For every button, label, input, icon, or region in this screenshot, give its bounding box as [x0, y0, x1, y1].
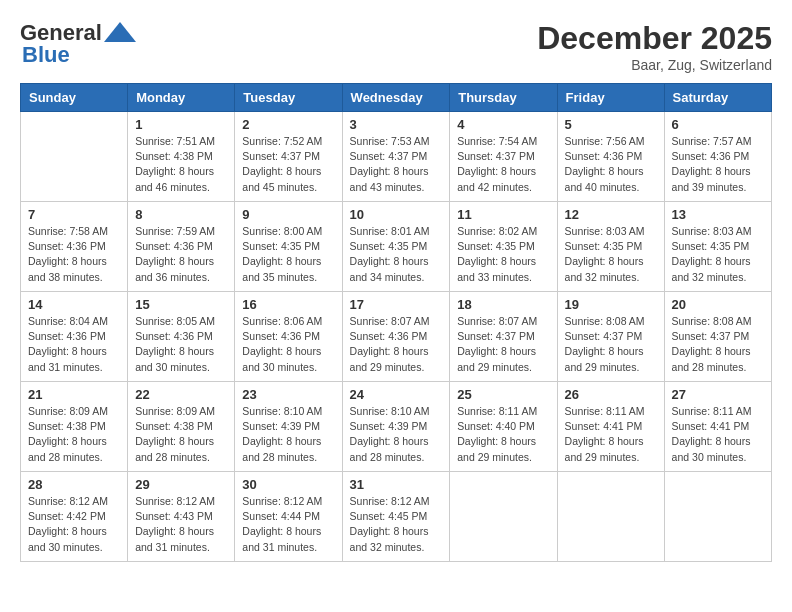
day-cell-1: 1Sunrise: 7:51 AM Sunset: 4:38 PM Daylig… — [128, 112, 235, 202]
day-cell-18: 18Sunrise: 8:07 AM Sunset: 4:37 PM Dayli… — [450, 292, 557, 382]
day-cell-28: 28Sunrise: 8:12 AM Sunset: 4:42 PM Dayli… — [21, 472, 128, 562]
day-info: Sunrise: 8:06 AM Sunset: 4:36 PM Dayligh… — [242, 314, 334, 375]
day-number: 28 — [28, 477, 120, 492]
day-cell-3: 3Sunrise: 7:53 AM Sunset: 4:37 PM Daylig… — [342, 112, 450, 202]
day-cell-23: 23Sunrise: 8:10 AM Sunset: 4:39 PM Dayli… — [235, 382, 342, 472]
day-cell-8: 8Sunrise: 7:59 AM Sunset: 4:36 PM Daylig… — [128, 202, 235, 292]
day-info: Sunrise: 7:54 AM Sunset: 4:37 PM Dayligh… — [457, 134, 549, 195]
day-info: Sunrise: 8:10 AM Sunset: 4:39 PM Dayligh… — [350, 404, 443, 465]
day-number: 3 — [350, 117, 443, 132]
day-number: 8 — [135, 207, 227, 222]
weekday-header-thursday: Thursday — [450, 84, 557, 112]
day-cell-7: 7Sunrise: 7:58 AM Sunset: 4:36 PM Daylig… — [21, 202, 128, 292]
day-info: Sunrise: 7:52 AM Sunset: 4:37 PM Dayligh… — [242, 134, 334, 195]
day-info: Sunrise: 8:09 AM Sunset: 4:38 PM Dayligh… — [28, 404, 120, 465]
day-cell-13: 13Sunrise: 8:03 AM Sunset: 4:35 PM Dayli… — [664, 202, 771, 292]
empty-cell — [21, 112, 128, 202]
day-info: Sunrise: 7:53 AM Sunset: 4:37 PM Dayligh… — [350, 134, 443, 195]
week-row-4: 21Sunrise: 8:09 AM Sunset: 4:38 PM Dayli… — [21, 382, 772, 472]
logo: General Blue — [20, 20, 136, 68]
day-info: Sunrise: 8:01 AM Sunset: 4:35 PM Dayligh… — [350, 224, 443, 285]
weekday-header-wednesday: Wednesday — [342, 84, 450, 112]
day-cell-11: 11Sunrise: 8:02 AM Sunset: 4:35 PM Dayli… — [450, 202, 557, 292]
location-subtitle: Baar, Zug, Switzerland — [537, 57, 772, 73]
day-info: Sunrise: 7:51 AM Sunset: 4:38 PM Dayligh… — [135, 134, 227, 195]
day-number: 10 — [350, 207, 443, 222]
day-info: Sunrise: 8:09 AM Sunset: 4:38 PM Dayligh… — [135, 404, 227, 465]
week-row-3: 14Sunrise: 8:04 AM Sunset: 4:36 PM Dayli… — [21, 292, 772, 382]
day-number: 22 — [135, 387, 227, 402]
day-info: Sunrise: 8:03 AM Sunset: 4:35 PM Dayligh… — [565, 224, 657, 285]
day-info: Sunrise: 8:02 AM Sunset: 4:35 PM Dayligh… — [457, 224, 549, 285]
day-info: Sunrise: 8:11 AM Sunset: 4:41 PM Dayligh… — [672, 404, 764, 465]
day-cell-21: 21Sunrise: 8:09 AM Sunset: 4:38 PM Dayli… — [21, 382, 128, 472]
day-number: 30 — [242, 477, 334, 492]
day-info: Sunrise: 8:03 AM Sunset: 4:35 PM Dayligh… — [672, 224, 764, 285]
day-number: 23 — [242, 387, 334, 402]
day-info: Sunrise: 8:11 AM Sunset: 4:40 PM Dayligh… — [457, 404, 549, 465]
day-number: 17 — [350, 297, 443, 312]
logo-blue: Blue — [22, 42, 70, 68]
svg-marker-0 — [104, 22, 136, 42]
empty-cell — [450, 472, 557, 562]
month-title: December 2025 — [537, 20, 772, 57]
day-cell-19: 19Sunrise: 8:08 AM Sunset: 4:37 PM Dayli… — [557, 292, 664, 382]
day-number: 11 — [457, 207, 549, 222]
day-cell-24: 24Sunrise: 8:10 AM Sunset: 4:39 PM Dayli… — [342, 382, 450, 472]
day-number: 15 — [135, 297, 227, 312]
day-info: Sunrise: 8:12 AM Sunset: 4:42 PM Dayligh… — [28, 494, 120, 555]
day-number: 5 — [565, 117, 657, 132]
week-row-2: 7Sunrise: 7:58 AM Sunset: 4:36 PM Daylig… — [21, 202, 772, 292]
weekday-header-friday: Friday — [557, 84, 664, 112]
day-cell-26: 26Sunrise: 8:11 AM Sunset: 4:41 PM Dayli… — [557, 382, 664, 472]
day-cell-16: 16Sunrise: 8:06 AM Sunset: 4:36 PM Dayli… — [235, 292, 342, 382]
week-row-1: 1Sunrise: 7:51 AM Sunset: 4:38 PM Daylig… — [21, 112, 772, 202]
day-info: Sunrise: 8:00 AM Sunset: 4:35 PM Dayligh… — [242, 224, 334, 285]
empty-cell — [664, 472, 771, 562]
weekday-header-saturday: Saturday — [664, 84, 771, 112]
day-cell-12: 12Sunrise: 8:03 AM Sunset: 4:35 PM Dayli… — [557, 202, 664, 292]
day-number: 7 — [28, 207, 120, 222]
day-cell-15: 15Sunrise: 8:05 AM Sunset: 4:36 PM Dayli… — [128, 292, 235, 382]
day-cell-17: 17Sunrise: 8:07 AM Sunset: 4:36 PM Dayli… — [342, 292, 450, 382]
weekday-header-tuesday: Tuesday — [235, 84, 342, 112]
day-cell-30: 30Sunrise: 8:12 AM Sunset: 4:44 PM Dayli… — [235, 472, 342, 562]
day-info: Sunrise: 8:10 AM Sunset: 4:39 PM Dayligh… — [242, 404, 334, 465]
empty-cell — [557, 472, 664, 562]
day-info: Sunrise: 7:57 AM Sunset: 4:36 PM Dayligh… — [672, 134, 764, 195]
day-cell-14: 14Sunrise: 8:04 AM Sunset: 4:36 PM Dayli… — [21, 292, 128, 382]
day-cell-6: 6Sunrise: 7:57 AM Sunset: 4:36 PM Daylig… — [664, 112, 771, 202]
weekday-header-sunday: Sunday — [21, 84, 128, 112]
day-info: Sunrise: 8:12 AM Sunset: 4:44 PM Dayligh… — [242, 494, 334, 555]
day-cell-27: 27Sunrise: 8:11 AM Sunset: 4:41 PM Dayli… — [664, 382, 771, 472]
title-area: December 2025 Baar, Zug, Switzerland — [537, 20, 772, 73]
day-info: Sunrise: 7:56 AM Sunset: 4:36 PM Dayligh… — [565, 134, 657, 195]
logo-icon — [104, 22, 136, 42]
day-info: Sunrise: 7:59 AM Sunset: 4:36 PM Dayligh… — [135, 224, 227, 285]
day-info: Sunrise: 8:05 AM Sunset: 4:36 PM Dayligh… — [135, 314, 227, 375]
day-number: 19 — [565, 297, 657, 312]
day-info: Sunrise: 8:04 AM Sunset: 4:36 PM Dayligh… — [28, 314, 120, 375]
day-cell-10: 10Sunrise: 8:01 AM Sunset: 4:35 PM Dayli… — [342, 202, 450, 292]
day-number: 18 — [457, 297, 549, 312]
day-number: 2 — [242, 117, 334, 132]
calendar-table: SundayMondayTuesdayWednesdayThursdayFrid… — [20, 83, 772, 562]
day-info: Sunrise: 8:11 AM Sunset: 4:41 PM Dayligh… — [565, 404, 657, 465]
day-cell-20: 20Sunrise: 8:08 AM Sunset: 4:37 PM Dayli… — [664, 292, 771, 382]
day-number: 29 — [135, 477, 227, 492]
day-info: Sunrise: 8:08 AM Sunset: 4:37 PM Dayligh… — [565, 314, 657, 375]
day-number: 9 — [242, 207, 334, 222]
weekday-header-monday: Monday — [128, 84, 235, 112]
day-cell-5: 5Sunrise: 7:56 AM Sunset: 4:36 PM Daylig… — [557, 112, 664, 202]
day-number: 6 — [672, 117, 764, 132]
day-number: 14 — [28, 297, 120, 312]
day-cell-4: 4Sunrise: 7:54 AM Sunset: 4:37 PM Daylig… — [450, 112, 557, 202]
day-cell-2: 2Sunrise: 7:52 AM Sunset: 4:37 PM Daylig… — [235, 112, 342, 202]
day-cell-9: 9Sunrise: 8:00 AM Sunset: 4:35 PM Daylig… — [235, 202, 342, 292]
day-number: 26 — [565, 387, 657, 402]
day-number: 31 — [350, 477, 443, 492]
day-number: 25 — [457, 387, 549, 402]
day-number: 13 — [672, 207, 764, 222]
day-info: Sunrise: 8:12 AM Sunset: 4:45 PM Dayligh… — [350, 494, 443, 555]
day-info: Sunrise: 7:58 AM Sunset: 4:36 PM Dayligh… — [28, 224, 120, 285]
